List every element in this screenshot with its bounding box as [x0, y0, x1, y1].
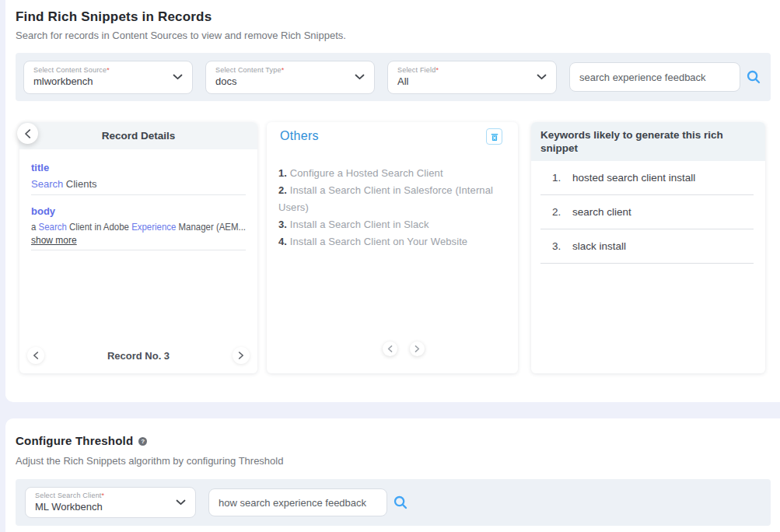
- threshold-title: Configure Threshold: [16, 434, 133, 447]
- content-type-label: Select Content Type*: [215, 66, 348, 74]
- record-field-label-title: title: [31, 162, 246, 173]
- keywords-card: Keywords likely to generate this rich sn…: [531, 122, 765, 373]
- others-pagination: [278, 341, 529, 356]
- others-list: 1. Configure a Hosted Search Client2. In…: [278, 165, 506, 250]
- list-item-number: 3.: [278, 219, 290, 230]
- search-icon: [393, 495, 407, 509]
- required-asterisk: *: [282, 66, 285, 74]
- content-type-value: docs: [215, 75, 348, 87]
- required-asterisk: *: [107, 66, 110, 74]
- trash-icon: [490, 132, 499, 142]
- record-search-button[interactable]: [747, 70, 761, 84]
- content-source-select[interactable]: Select Content Source* mlworkbench: [23, 61, 193, 94]
- list-item-text: Install a Search Client in Salesforce (I…: [278, 184, 493, 213]
- field-select[interactable]: Select Field* All: [387, 61, 557, 94]
- list-item-number: 4.: [278, 236, 290, 247]
- keyword-text: search client: [572, 206, 754, 218]
- search-client-select[interactable]: Select Search Client* ML Workbench: [25, 487, 196, 518]
- keyword-number: 3.: [552, 240, 572, 252]
- chevron-right-icon: [238, 352, 244, 359]
- required-asterisk: *: [102, 492, 105, 499]
- record-field-label-body: body: [31, 205, 246, 217]
- others-list-item[interactable]: 3. Install a Search Client in Slack: [278, 216, 506, 233]
- chevron-left-icon: [24, 129, 31, 138]
- previous-record-button[interactable]: [27, 347, 44, 364]
- show-more-link[interactable]: show more: [31, 235, 77, 246]
- keyword-number: 1.: [552, 172, 572, 184]
- highlighted-term: Experience: [131, 221, 176, 233]
- keywords-list: 1.hosted search client install2.search c…: [531, 161, 765, 264]
- keyword-list-item: 3.slack install: [540, 229, 754, 264]
- content-type-select[interactable]: Select Content Type* docs: [205, 61, 375, 94]
- threshold-filter-bar: Select Search Client* ML Workbench: [16, 479, 771, 526]
- record-field-value-body: a Search Client in Adobe Experience Mana…: [31, 221, 220, 233]
- chevron-left-icon: [387, 345, 393, 352]
- record-details-card: Record Details title Search Clients body…: [19, 122, 257, 373]
- others-card-title: Others: [280, 129, 319, 143]
- text-segment: a: [31, 221, 39, 233]
- others-previous-button[interactable]: [383, 341, 397, 356]
- keyword-text: hosted search client install: [572, 172, 754, 184]
- divider: [31, 194, 246, 195]
- configure-threshold-section: Configure Threshold ? Adjust the Rich Sn…: [5, 418, 780, 532]
- list-item-text: Configure a Hosted Search Client: [290, 167, 443, 179]
- record-details-header: Record Details: [19, 122, 257, 149]
- chevron-left-icon: [33, 352, 39, 359]
- highlighted-term: Search: [31, 178, 63, 190]
- text-segment: Client in Adobe: [67, 221, 131, 233]
- list-item-text: Install a Search Client in Slack: [290, 219, 429, 230]
- chevron-down-icon: [355, 74, 365, 80]
- search-icon: [747, 70, 761, 84]
- others-card: Others 1. Configure a Hosted Search Clie…: [267, 122, 518, 373]
- page-subtitle: Search for records in Content Sources to…: [16, 30, 346, 41]
- keyword-list-item: 1.hosted search client install: [540, 161, 754, 195]
- content-source-value: mlworkbench: [33, 75, 166, 87]
- keywords-card-title: Keywords likely to generate this rich sn…: [531, 122, 765, 161]
- record-search-input[interactable]: [569, 62, 740, 92]
- list-item-number: 1.: [278, 167, 290, 179]
- delete-snippet-button[interactable]: [486, 128, 502, 145]
- search-client-label: Select Search Client*: [35, 492, 169, 499]
- text-segment: Manager (AEM...: [176, 221, 246, 233]
- threshold-subtitle: Adjust the Rich Snippets algorithm by co…: [16, 455, 283, 467]
- threshold-search-input[interactable]: [208, 488, 387, 516]
- chevron-down-icon: [537, 74, 547, 80]
- divider: [31, 250, 246, 250]
- others-next-button[interactable]: [410, 341, 425, 356]
- next-record-button[interactable]: [233, 347, 250, 364]
- others-list-item[interactable]: 1. Configure a Hosted Search Client: [278, 165, 506, 182]
- keyword-list-item: 2.search client: [540, 195, 754, 229]
- list-item-number: 2.: [278, 184, 290, 196]
- search-client-value: ML Workbench: [35, 501, 169, 513]
- field-label: Select Field*: [397, 66, 530, 74]
- required-asterisk: *: [435, 66, 439, 74]
- record-field-value-title: Search Clients: [31, 178, 246, 190]
- list-item-text: Install a Search Client on Your Website: [290, 236, 467, 247]
- keyword-number: 2.: [552, 206, 572, 218]
- text-segment: Clients: [63, 178, 96, 190]
- chevron-down-icon: [176, 499, 186, 506]
- help-icon[interactable]: ?: [138, 437, 147, 446]
- threshold-search-button[interactable]: [393, 495, 407, 509]
- chevron-down-icon: [173, 74, 183, 80]
- keyword-text: slack install: [572, 240, 754, 252]
- chevron-right-icon: [414, 345, 420, 352]
- find-filter-bar: Select Content Source* mlworkbench Selec…: [16, 53, 771, 101]
- others-list-item[interactable]: 2. Install a Search Client in Salesforce…: [278, 182, 506, 216]
- record-details-body: title Search Clients body a Search Clien…: [19, 162, 257, 250]
- field-value: All: [397, 75, 530, 87]
- highlighted-term: Search: [39, 221, 67, 233]
- others-list-item[interactable]: 4. Install a Search Client on Your Websi…: [278, 233, 506, 250]
- record-pagination: Record No. 3: [19, 338, 257, 373]
- page-title: Find Rich Snippets in Records: [16, 9, 212, 25]
- find-rich-snippets-section: Find Rich Snippets in Records Search for…: [5, 0, 780, 402]
- content-source-label: Select Content Source*: [33, 66, 166, 74]
- back-button[interactable]: [17, 123, 38, 144]
- record-number-label: Record No. 3: [44, 350, 233, 362]
